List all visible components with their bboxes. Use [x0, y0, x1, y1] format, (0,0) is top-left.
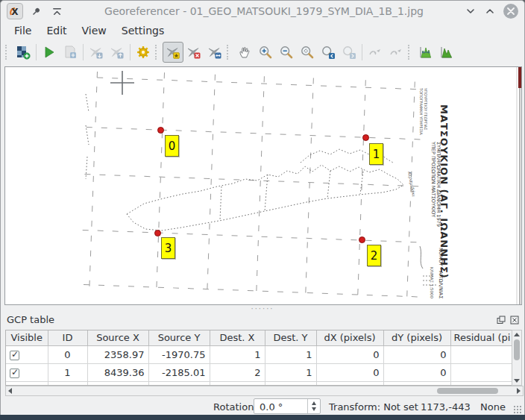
scroll-right-arrow-icon[interactable] [517, 388, 521, 394]
column-header-dest-x[interactable]: Dest. X [210, 330, 265, 345]
gcp-label-1[interactable]: 1 [369, 143, 383, 165]
column-header-dx-pixels-[interactable]: dX (pixels) [316, 330, 383, 345]
vertical-scroll-thumb[interactable] [514, 339, 520, 360]
save-gcp-button[interactable] [107, 42, 128, 63]
gcp-point-dot-0[interactable] [157, 127, 164, 134]
gcp-table-row[interactable]: ✓02358.97-1970.751100 [6, 345, 513, 363]
add-point-button[interactable] [163, 42, 183, 63]
scroll-down-arrow-icon[interactable] [514, 379, 520, 383]
column-header-source-x[interactable]: Source X [87, 330, 148, 345]
transformation-settings-button[interactable] [133, 42, 154, 63]
close-button[interactable] [503, 4, 518, 19]
delete-point-button[interactable] [183, 42, 204, 63]
map-scale-text: ΚΛΙΜΑΞ 1:5000 [430, 267, 434, 299]
rotation-value[interactable]: 0.0 ° [260, 401, 283, 412]
gcp-table-row[interactable]: ✓18439.36-2185.012100 [6, 363, 513, 381]
app-menu-button[interactable]: X [7, 3, 23, 19]
dest-x-cell[interactable]: 2 [210, 363, 265, 381]
spin-down-icon[interactable] [312, 407, 316, 411]
dx-cell[interactable]: 0 [316, 345, 383, 363]
table-vertical-scrollbar[interactable] [512, 330, 522, 386]
pin-button[interactable] [28, 3, 44, 19]
gcp-label-0[interactable]: 0 [165, 135, 179, 157]
dock-close-button[interactable] [509, 315, 520, 325]
column-header-visible[interactable]: Visible [6, 330, 48, 345]
dest-x-cell[interactable]: 1 [210, 345, 265, 363]
load-gcp-button[interactable] [86, 42, 107, 63]
map-canvas[interactable]: ΜΑΤΣΟΥΚΙΟΝ (ΑΓ. ΙΩΑΝΝΗΣ) ΝΟΜΟΥ - ΑΙΤΩΛ/Ν… [4, 66, 522, 305]
delete-point-icon [186, 45, 201, 60]
script-icon [63, 45, 78, 60]
zoom-last-button[interactable] [318, 42, 339, 63]
georeferencer-window: X Georeferencer - 01_GEO_MATSOUKI_1979_S… [0, 0, 525, 416]
pan-button[interactable] [234, 42, 255, 63]
source-x-cell[interactable]: 8439.36 [87, 363, 148, 381]
open-raster-button[interactable] [13, 42, 34, 63]
dy-cell[interactable]: 0 [383, 345, 450, 363]
id-cell[interactable]: 1 [48, 363, 87, 381]
dest-y-cell[interactable]: 1 [265, 345, 316, 363]
zoom-in-button[interactable] [255, 42, 276, 63]
column-header-residual-pi[interactable]: Residual (pi [450, 330, 513, 345]
open-raster-icon [16, 45, 31, 60]
column-header-dy-pixels-[interactable]: dY (pixels) [383, 330, 450, 345]
link-georeferencer-button[interactable] [365, 42, 386, 63]
menu-file[interactable]: File [7, 23, 39, 38]
minimize-button[interactable] [465, 5, 477, 17]
link-qgis-button[interactable] [386, 42, 406, 63]
start-georeferencing-button[interactable] [39, 42, 60, 63]
visible-checkbox[interactable]: ✓ [10, 369, 19, 378]
residual-cell[interactable] [450, 345, 513, 363]
maximize-button[interactable] [484, 5, 496, 17]
rotation-label: Rotation [213, 401, 254, 412]
map-agency-text1: ΤΟΠΟΓΡΑΦΙΚΗ ΥΠΗΡΕΣΙΑ [419, 87, 424, 135]
source-y-cell[interactable]: -1970.75 [148, 345, 210, 363]
column-header-id[interactable]: ID [48, 330, 87, 345]
crosshair-cursor [110, 71, 134, 95]
visible-checkbox[interactable]: ✓ [10, 351, 19, 360]
histogram-stretch-local-button[interactable] [415, 42, 436, 63]
toolbar-drag-handle[interactable] [408, 45, 413, 60]
column-header-source-y[interactable]: Source Y [148, 330, 210, 345]
residual-cell[interactable] [450, 363, 513, 381]
histogram-stretch-full-button[interactable] [436, 42, 457, 63]
titlebar[interactable]: X Georeferencer - 01_GEO_MATSOUKI_1979_S… [1, 1, 524, 22]
gcp-label-2[interactable]: 2 [367, 245, 381, 266]
horizontal-scroll-thumb[interactable] [437, 388, 498, 394]
source-x-cell[interactable]: 2358.97 [87, 345, 148, 363]
gdal-script-button[interactable] [60, 42, 81, 63]
menu-edit[interactable]: Edit [39, 23, 74, 38]
id-cell[interactable]: 0 [48, 345, 87, 363]
resize-grip[interactable] [513, 405, 522, 414]
shade-button[interactable] [48, 3, 65, 19]
zoom-next-button[interactable] [339, 42, 359, 63]
map-title-suffix-text: ΝΟΜΟΥ - ΑΙΤΩΛ/ΝΙΑΣ [438, 248, 444, 298]
menu-view[interactable]: View [75, 23, 114, 38]
gcp-point-dot-3[interactable] [154, 230, 161, 236]
dy-cell[interactable]: 0 [383, 363, 450, 381]
dest-y-cell[interactable]: 1 [265, 363, 316, 381]
dock-close-icon [510, 316, 519, 325]
spin-up-icon[interactable] [312, 401, 316, 405]
menu-settings[interactable]: Settings [114, 23, 172, 38]
toolbar-drag-handle[interactable] [5, 45, 10, 60]
zoom-out-button[interactable] [276, 42, 297, 63]
table-horizontal-scrollbar[interactable] [5, 386, 524, 396]
zoom-next-icon [342, 45, 356, 60]
move-point-button[interactable] [204, 42, 225, 63]
histogram-full-icon [439, 45, 454, 60]
zoom-to-layer-button[interactable] [297, 42, 318, 63]
column-header-dest-y[interactable]: Dest. Y [265, 330, 316, 345]
source-y-cell[interactable]: -2185.01 [148, 363, 210, 381]
gcp-label-3[interactable]: 3 [161, 237, 175, 259]
dx-cell[interactable]: 0 [316, 363, 383, 381]
toolbar-drag-handle[interactable] [155, 45, 160, 60]
scroll-left-arrow-icon[interactable] [8, 388, 12, 394]
dock-splitter-handle[interactable]: ······ [1, 305, 524, 313]
rotation-spinbox[interactable]: 0.0 ° [254, 398, 321, 414]
gcp-point-dot-2[interactable] [359, 236, 365, 243]
toolbar-drag-handle[interactable] [227, 45, 232, 60]
gcp-point-dot-1[interactable] [362, 134, 369, 141]
dock-float-button[interactable] [496, 315, 506, 325]
scroll-up-arrow-icon[interactable] [514, 333, 520, 336]
